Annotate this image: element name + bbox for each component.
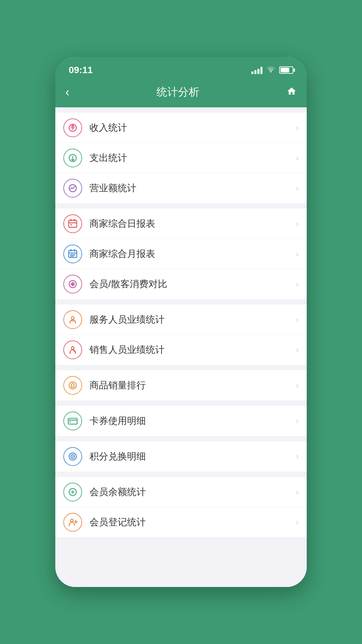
member-balance-icon — [63, 483, 82, 501]
menu-item-service-staff[interactable]: 服务人员业绩统计 › — [55, 305, 307, 335]
product-rank-icon — [63, 376, 82, 395]
daily-icon — [63, 214, 82, 233]
arrow-icon: › — [296, 452, 299, 461]
status-time: 09:11 — [69, 65, 93, 75]
svg-point-8 — [71, 316, 74, 319]
arrow-icon: › — [296, 487, 299, 497]
points-icon — [63, 447, 82, 466]
signal-icon — [251, 66, 262, 74]
nav-bar: ‹ 统计分析 — [55, 80, 307, 107]
menu-item-member-compare[interactable]: 会员/散客消费对比 › — [55, 269, 307, 299]
home-button[interactable] — [287, 86, 297, 99]
arrow-icon: › — [296, 315, 299, 324]
arrow-icon: › — [296, 518, 299, 527]
service-staff-label: 服务人员业绩统计 — [89, 313, 296, 326]
menu-group-3: 服务人员业绩统计 › 销售人员业绩统计 › — [55, 305, 307, 365]
battery-icon — [279, 66, 293, 74]
arrow-icon: › — [296, 279, 299, 289]
revenue-label: 营业额统计 — [89, 182, 296, 195]
arrow-icon: › — [296, 345, 299, 355]
menu-item-member-balance[interactable]: 会员余额统计 › — [55, 477, 307, 507]
revenue-icon — [63, 179, 82, 198]
svg-rect-4 — [70, 224, 72, 225]
svg-point-9 — [71, 347, 74, 350]
status-icons — [251, 66, 293, 74]
menu-item-income[interactable]: 收入统计 › — [55, 113, 307, 143]
arrow-icon: › — [296, 123, 299, 132]
sales-staff-label: 销售人员业绩统计 — [89, 343, 296, 356]
svg-point-15 — [72, 456, 73, 457]
menu-item-sales-staff[interactable]: 销售人员业绩统计 › — [55, 335, 307, 365]
arrow-icon: › — [296, 219, 299, 228]
arrow-icon: › — [296, 153, 299, 163]
menu-group-5: 卡券使用明细 › — [55, 406, 307, 436]
service-staff-icon — [63, 310, 82, 329]
member-register-icon — [63, 513, 82, 532]
member-balance-label: 会员余额统计 — [89, 486, 296, 498]
svg-rect-3 — [69, 220, 77, 227]
arrow-icon: › — [296, 381, 299, 390]
card-icon — [63, 412, 82, 430]
phone-frame: 09:11 ‹ 统计分析 — [55, 57, 307, 587]
content-area: 收入统计 › 支出统计 › — [55, 107, 307, 587]
menu-item-daily[interactable]: 商家综合日报表 › — [55, 209, 307, 239]
expense-label: 支出统计 — [89, 152, 296, 164]
expense-icon — [63, 149, 82, 167]
menu-item-monthly[interactable]: 商家综合月报表 › — [55, 239, 307, 269]
arrow-icon: › — [296, 416, 299, 426]
menu-item-product-rank[interactable]: 商品销量排行 › — [55, 370, 307, 400]
svg-point-12 — [69, 421, 71, 423]
daily-label: 商家综合日报表 — [89, 217, 296, 230]
menu-group-7: 会员余额统计 › 会员登记统计 › — [55, 477, 307, 537]
menu-group-6: 积分兑换明细 › — [55, 441, 307, 472]
menu-item-points[interactable]: 积分兑换明细 › — [55, 441, 307, 472]
arrow-icon: › — [296, 183, 299, 193]
menu-item-card[interactable]: 卡券使用明细 › — [55, 406, 307, 436]
member-compare-label: 会员/散客消费对比 — [89, 278, 296, 290]
arrow-icon: › — [296, 249, 299, 259]
menu-group-1: 收入统计 › 支出统计 › — [55, 113, 307, 203]
points-label: 积分兑换明细 — [89, 450, 296, 463]
menu-item-revenue[interactable]: 营业额统计 › — [55, 173, 307, 203]
income-icon — [63, 118, 82, 137]
menu-item-expense[interactable]: 支出统计 › — [55, 143, 307, 173]
status-bar: 09:11 — [55, 57, 307, 80]
menu-group-4: 商品销量排行 › — [55, 370, 307, 400]
page-title: 统计分析 — [157, 85, 199, 100]
menu-group-2: 商家综合日报表 › 商家综合月报表 › — [55, 209, 307, 299]
monthly-icon — [63, 245, 82, 263]
member-register-label: 会员登记统计 — [89, 516, 296, 529]
back-button[interactable]: ‹ — [65, 86, 69, 98]
card-label: 卡券使用明细 — [89, 415, 296, 427]
menu-item-member-register[interactable]: 会员登记统计 › — [55, 507, 307, 537]
income-label: 收入统计 — [89, 121, 296, 134]
monthly-label: 商家综合月报表 — [89, 248, 296, 260]
member-compare-icon — [63, 275, 82, 293]
wifi-icon — [266, 66, 275, 74]
product-rank-label: 商品销量排行 — [89, 379, 296, 392]
svg-rect-11 — [68, 418, 77, 424]
sales-staff-icon — [63, 340, 82, 359]
svg-point-17 — [70, 519, 73, 522]
